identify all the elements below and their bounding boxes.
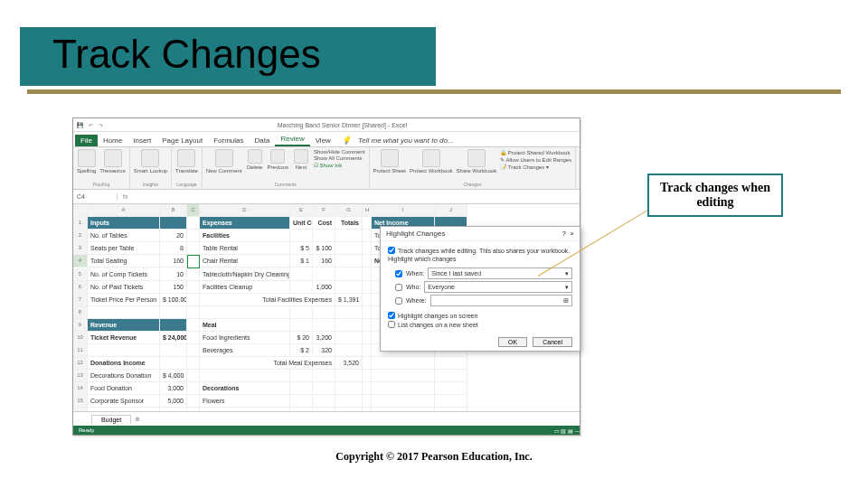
tab-file[interactable]: File (75, 135, 98, 146)
dialog-close-icon[interactable]: × (570, 230, 574, 238)
formula-bar: C4 fx (73, 190, 580, 204)
sheet-tabs: Budget ⊕ (73, 411, 580, 426)
window-title: Marching Band Senior Dinner [Shared] - E… (108, 122, 576, 128)
copyright: Copyright © 2017 Pearson Education, Inc. (0, 450, 868, 464)
track-changes-button[interactable]: 📝 Track Changes ▾ (500, 164, 571, 170)
who-combo[interactable]: Everyone▾ (424, 281, 572, 293)
protect-shared-wb[interactable]: 🔒 Protect Shared Workbook (500, 149, 571, 155)
track-changes-checkbox[interactable]: Track changes while editing. This also s… (388, 247, 572, 254)
fx-label[interactable]: fx (118, 193, 133, 200)
name-box[interactable]: C4 (73, 193, 118, 200)
callout-box: Track changes when editing (647, 174, 783, 217)
translate-button[interactable]: Translate (175, 149, 198, 174)
ribbon: Spelling Thesaurus Proofing Smart Lookup… (73, 147, 580, 190)
divider (27, 89, 841, 94)
when-combo[interactable]: Since I last saved▾ (428, 267, 572, 279)
redo-icon[interactable]: ↷ (99, 122, 103, 128)
protect-workbook-button[interactable]: Protect Workbook (410, 149, 453, 174)
highlight-on-screen-checkbox[interactable]: Highlight changes on screen (388, 312, 572, 319)
tab-view[interactable]: View (310, 135, 336, 146)
highlight-section-label: Highlight which changes (388, 256, 572, 262)
prev-comment-button[interactable]: Previous (268, 149, 288, 170)
dialog-help-icon[interactable]: ? (561, 230, 565, 238)
who-checkbox[interactable] (395, 284, 402, 291)
tab-review[interactable]: Review (275, 133, 309, 146)
spelling-button[interactable]: Spelling (77, 149, 96, 174)
status-bar: Ready▭ ▥ ▤ — + (73, 426, 580, 435)
where-checkbox[interactable] (395, 297, 402, 305)
add-sheet-button[interactable]: ⊕ (135, 416, 140, 423)
smart-lookup-button[interactable]: Smart Lookup (134, 149, 167, 174)
delete-comment-button[interactable]: Delete (246, 149, 264, 170)
save-icon[interactable]: 💾 (77, 122, 83, 128)
active-cell[interactable] (187, 255, 200, 268)
ribbon-tabs: File Home Insert Page Layout Formulas Da… (73, 132, 580, 147)
new-comment-button[interactable]: New Comment (206, 149, 242, 174)
list-new-sheet-checkbox[interactable]: List changes on a new sheet (388, 321, 572, 328)
tab-home[interactable]: Home (98, 135, 127, 146)
show-hide-comment[interactable]: Show/Hide Comment (314, 149, 365, 155)
thesaurus-button[interactable]: Thesaurus (99, 149, 125, 174)
next-comment-button[interactable]: Next (292, 149, 310, 170)
tab-insert[interactable]: Insert (127, 135, 156, 146)
slide-title: Track Changes (52, 34, 321, 74)
allow-edit-ranges[interactable]: ✎ Allow Users to Edit Ranges (500, 156, 571, 163)
tell-me[interactable]: 💡 Tell me what you want to do... (336, 135, 465, 146)
protect-sheet-button[interactable]: Protect Sheet (373, 149, 406, 174)
dialog-title: Highlight Changes (386, 230, 445, 238)
highlight-changes-dialog: Highlight Changes ? × Track changes whil… (380, 226, 580, 352)
tab-data[interactable]: Data (250, 135, 276, 146)
sheet-tab-budget[interactable]: Budget (91, 415, 131, 424)
ok-button[interactable]: OK (498, 337, 527, 347)
when-checkbox[interactable] (395, 270, 402, 277)
show-all-comments[interactable]: Show All Comments (314, 155, 365, 161)
cancel-button[interactable]: Cancel (533, 337, 572, 347)
tab-formulas[interactable]: Formulas (208, 135, 249, 146)
share-workbook-button[interactable]: Share Workbook (457, 149, 497, 174)
tab-page-layout[interactable]: Page Layout (156, 135, 208, 146)
show-ink[interactable]: Show Ink (314, 162, 365, 168)
undo-icon[interactable]: ↶ (89, 122, 93, 128)
quick-access-toolbar: 💾 ↶ ↷ Marching Band Senior Dinner [Share… (73, 118, 580, 132)
where-combo[interactable]: ⊞ (430, 295, 572, 306)
